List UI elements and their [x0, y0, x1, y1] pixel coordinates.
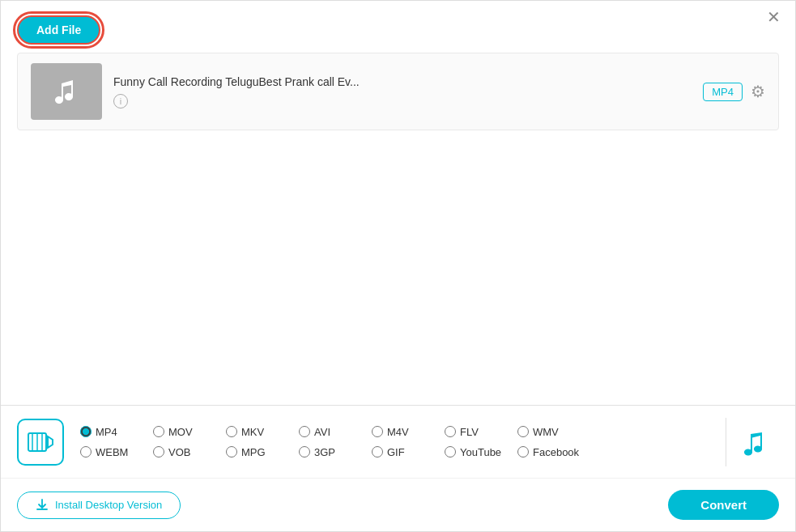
install-desktop-button[interactable]: Install Desktop Version [17, 492, 181, 519]
file-name: Funny Call Recording TeluguBest Prank ca… [113, 75, 692, 88]
format-option-3gp[interactable]: 3GP [299, 446, 372, 458]
settings-icon[interactable]: ⚙ [751, 82, 765, 101]
format-option-mpg[interactable]: MPG [226, 446, 299, 458]
format-row-2: WEBM VOB MPG 3GP GIF YouTube [80, 446, 713, 458]
format-option-m4v[interactable]: M4V [372, 426, 445, 438]
install-label: Install Desktop Version [55, 499, 162, 511]
music-thumbnail-icon [50, 75, 83, 108]
format-option-vob[interactable]: VOB [153, 446, 226, 458]
format-panel: MP4 MOV MKV AVI M4V FLV WM [1, 405, 795, 478]
format-divider [726, 418, 726, 466]
file-thumbnail [31, 63, 102, 120]
format-option-webm[interactable]: WEBM [80, 446, 153, 458]
toolbar: Add File [1, 1, 795, 53]
format-row-1: MP4 MOV MKV AVI M4V FLV WM [80, 426, 713, 438]
file-list: Funny Call Recording TeluguBest Prank ca… [17, 53, 779, 130]
video-format-icon-box[interactable] [17, 419, 64, 466]
info-icon[interactable]: i [113, 94, 128, 109]
format-option-mov[interactable]: MOV [153, 426, 226, 438]
footer: Install Desktop Version Convert [1, 478, 795, 531]
format-option-youtube[interactable]: YouTube [445, 446, 517, 458]
format-option-mp4[interactable]: MP4 [80, 426, 153, 438]
format-option-mkv[interactable]: MKV [226, 426, 299, 438]
file-item: Funny Call Recording TeluguBest Prank ca… [18, 53, 778, 130]
format-option-facebook[interactable]: Facebook [517, 446, 590, 458]
close-button[interactable]: ✕ [767, 9, 781, 25]
format-option-avi[interactable]: AVI [299, 426, 372, 438]
svg-marker-1 [48, 436, 53, 448]
format-option-flv[interactable]: FLV [445, 426, 517, 438]
main-content [1, 130, 795, 405]
audio-icon-box[interactable] [739, 422, 779, 462]
video-icon [27, 428, 54, 456]
format-option-wmv[interactable]: WMV [517, 426, 590, 438]
format-options: MP4 MOV MKV AVI M4V FLV WM [80, 426, 713, 458]
convert-button[interactable]: Convert [668, 490, 779, 520]
add-file-button[interactable]: Add File [17, 15, 100, 45]
file-actions: MP4 ⚙ [703, 82, 765, 101]
audio-icon [744, 428, 773, 457]
file-info: Funny Call Recording TeluguBest Prank ca… [113, 75, 692, 109]
main-window: ✕ Add File Funny Call Recording TeluguBe… [0, 0, 796, 532]
download-icon [36, 499, 49, 512]
format-badge: MP4 [703, 83, 743, 101]
format-option-gif[interactable]: GIF [372, 446, 445, 458]
